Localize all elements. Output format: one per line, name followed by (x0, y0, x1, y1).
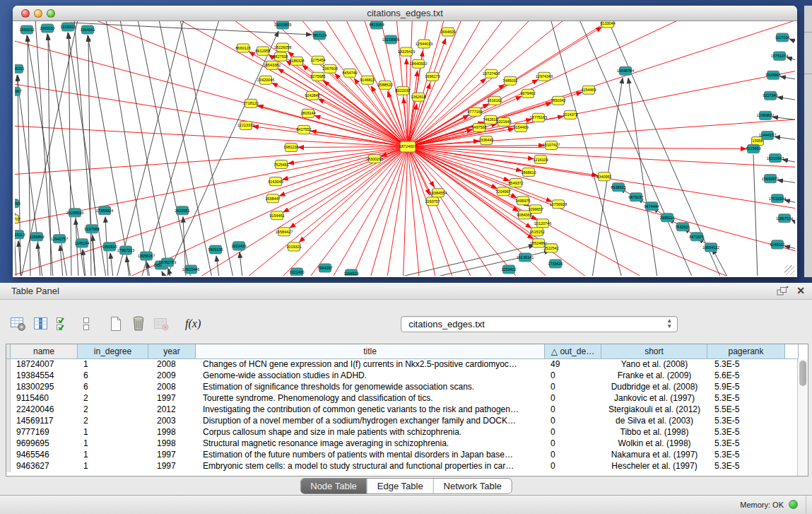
graph-node[interactable]: 13325419 (398, 47, 415, 56)
graph-node[interactable]: 18300295 (366, 155, 383, 163)
graph-node[interactable]: 18724007 (399, 141, 416, 152)
graph-node[interactable]: 3915113 (15, 230, 25, 239)
graph-node[interactable]: 19384554 (430, 189, 447, 197)
graph-node[interactable]: 9777169 (467, 107, 482, 116)
graph-node[interactable]: 20206536 (66, 209, 83, 217)
graph-node[interactable]: 12923446 (182, 265, 199, 274)
graph-node[interactable]: 16543382 (264, 61, 281, 69)
graph-node[interactable]: 2336442 (478, 136, 493, 144)
graph-node[interactable]: 1588520 (377, 81, 392, 89)
graph-node[interactable]: 8133044 (600, 21, 615, 28)
network-window-titlebar[interactable]: citations_edges.txt (13, 6, 797, 21)
table-mode-icon[interactable] (10, 315, 27, 332)
graph-node[interactable]: 1014372 (563, 110, 577, 119)
graph-node[interactable]: 16648784 (617, 66, 634, 75)
graph-node[interactable]: 8938923 (611, 183, 625, 192)
graph-node[interactable]: 9329966 (765, 71, 780, 79)
graph-node[interactable]: 2803144 (300, 109, 315, 117)
graph-node[interactable]: 19218906 (382, 35, 399, 44)
graph-node[interactable]: 9275685 (310, 72, 325, 81)
graph-node[interactable]: 8427552 (296, 125, 311, 134)
graph-node[interactable]: 7204967 (495, 187, 510, 196)
graph-node[interactable]: 15751074 (771, 52, 788, 60)
delete-table-icon[interactable] (153, 315, 170, 332)
graph-node[interactable]: 8549372 (508, 179, 523, 187)
graph-node[interactable]: 10120746 (534, 219, 551, 228)
graph-node[interactable]: 8912955 (255, 47, 270, 55)
table-row[interactable]: 1830029562008Estimation of significance … (6, 382, 797, 393)
table-row[interactable]: 1456911722003Disruption of a novel membe… (6, 416, 797, 427)
graph-node[interactable]: 9146821 (360, 76, 375, 84)
graph-node[interactable]: 2718120 (243, 99, 258, 107)
graph-node[interactable]: 1664609 (440, 28, 455, 36)
network-table-select[interactable]: citations_edges.txt ▲▼ (401, 316, 678, 332)
vertical-scrollbar[interactable] (797, 359, 808, 476)
graph-node[interactable]: 8454749 (342, 69, 357, 77)
graph-node[interactable]: 2367608 (322, 64, 337, 73)
graph-node[interactable]: 1275454 (310, 56, 325, 64)
column-header-filler[interactable] (785, 344, 799, 359)
graph-node[interactable]: 1630211 (20, 25, 35, 34)
graph-node[interactable]: 2065033 (40, 24, 54, 33)
graph-node[interactable]: 1117104 (775, 33, 790, 42)
column-header-year[interactable]: year (148, 344, 196, 359)
column-header-short[interactable]: short (601, 344, 707, 359)
graph-node[interactable]: 13958167 (138, 252, 155, 260)
graph-node[interactable]: 19737403 (483, 69, 500, 78)
graph-node[interactable]: 1021429 (231, 242, 246, 250)
graph-node[interactable]: 1154469 (582, 86, 596, 94)
graph-node[interactable]: 7485031 (502, 76, 517, 85)
graph-node[interactable]: 10756928 (550, 200, 567, 209)
tab-node-table[interactable]: Node Table (300, 479, 367, 493)
network-canvas[interactable]: 1630211206503310193101164041106520182249… (15, 21, 795, 276)
window-resize-handle[interactable] (784, 265, 794, 275)
table-row[interactable]: 946362711997Embryonic stem cells: a mode… (6, 461, 797, 472)
graph-node[interactable]: 1019321 (286, 243, 301, 251)
graph-node[interactable]: 18775165 (530, 113, 547, 122)
tab-edge-table[interactable]: Edge Table (367, 479, 433, 493)
graph-node[interactable]: 7850342 (551, 96, 565, 105)
graph-node[interactable]: 9979462 (520, 89, 535, 98)
graph-node[interactable]: 9163049 (268, 177, 283, 186)
clear-selection-icon[interactable] (78, 315, 95, 332)
table-row[interactable]: 911546021997Tourette syndrome. Phenomeno… (6, 393, 797, 404)
node-table[interactable]: namein_degreeyeartitle△ out_de…shortpage… (6, 344, 808, 477)
column-header-name[interactable]: name (11, 344, 78, 359)
column-header-title[interactable]: title (196, 344, 545, 359)
graph-node[interactable]: 11867534 (776, 214, 793, 223)
graph-node[interactable]: 9242848 (305, 91, 319, 100)
table-row[interactable]: 969969511998Structural magnetic resonanc… (6, 438, 797, 450)
float-panel-icon[interactable] (776, 286, 789, 297)
graph-node[interactable]: 9227349 (763, 91, 777, 100)
graph-node[interactable]: 15692971 (762, 175, 779, 183)
table-row[interactable]: 1872400712008Changes of HCN gene express… (6, 359, 797, 370)
graph-node[interactable]: 17016504 (769, 194, 786, 203)
graph-node[interactable]: 5905135 (208, 245, 223, 254)
graph-node[interactable]: 7525451 (273, 160, 288, 169)
graph-node[interactable]: 9197588 (84, 225, 99, 233)
graph-node[interactable]: 8322037 (395, 86, 410, 95)
graph-node[interactable]: 1053412 (501, 265, 516, 274)
graph-node[interactable]: 12544019 (416, 40, 433, 48)
graph-node[interactable]: 12213319 (237, 121, 254, 129)
tab-network-table[interactable]: Network Table (433, 479, 512, 493)
column-header-in_degree[interactable]: in_degree (78, 344, 148, 359)
graph-node[interactable]: 12974349 (536, 72, 553, 81)
graph-node[interactable]: 8471676 (689, 233, 704, 241)
graph-node[interactable]: 1362615 (411, 93, 425, 101)
graph-node[interactable]: 12093832 (757, 111, 774, 119)
table-row[interactable]: 946554611997Estimation of the future num… (6, 450, 797, 461)
graph-node[interactable]: 1350515 (102, 243, 117, 251)
column-header-pagerank[interactable]: pagerank (707, 344, 785, 359)
graph-node[interactable]: 8660123 (235, 44, 250, 52)
table-row[interactable]: 2242004622012Investigating the contribut… (6, 404, 797, 416)
graph-node[interactable]: 1093757 (425, 197, 440, 206)
show-hide-columns-icon[interactable] (33, 315, 49, 332)
graph-node[interactable]: 2620651 (175, 206, 189, 215)
new-table-icon[interactable] (107, 315, 124, 332)
delete-attributes-icon[interactable] (130, 315, 147, 332)
graph-node[interactable]: 12444157 (759, 131, 776, 139)
graph-node[interactable]: 16107427 (543, 141, 560, 149)
graph-node[interactable]: 6497568 (471, 123, 486, 132)
table-row[interactable]: 1938455462009Genome-wide association stu… (6, 370, 797, 382)
